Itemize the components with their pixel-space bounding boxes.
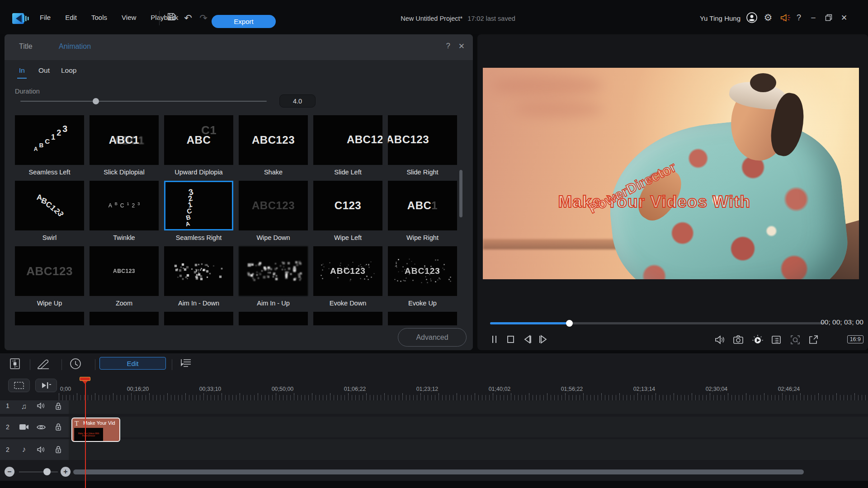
preset-thumbnail[interactable]: ABCC1 xyxy=(164,115,233,165)
preview-quality-icon[interactable] xyxy=(751,334,763,346)
stop-button[interactable] xyxy=(505,334,517,346)
animation-preset-wipe-left[interactable]: C123Wipe Left xyxy=(313,181,382,241)
animation-preset-seamless-left[interactable]: ABC123Seamless Left xyxy=(15,115,84,176)
preset-thumbnail[interactable]: ABC123 xyxy=(313,246,382,296)
timeline-ruler[interactable]: 0;0000;16;2000;33;1000;50;0001;06;2201;2… xyxy=(59,385,868,402)
undock-preview-icon[interactable] xyxy=(807,334,819,346)
menu-tools[interactable]: Tools xyxy=(91,14,107,21)
zoom-out-button[interactable]: – xyxy=(5,467,14,477)
preset-thumbnail[interactable] xyxy=(239,246,308,296)
track-row-video[interactable]: 2 xyxy=(0,417,868,437)
animation-preset-partial[interactable] xyxy=(239,312,308,325)
preset-thumbnail[interactable]: ABC123 xyxy=(388,246,457,296)
subtab-loop[interactable]: Loop xyxy=(61,66,76,75)
animation-preset-slide-right[interactable]: ABC123Slide Right xyxy=(388,115,457,176)
zoom-in-button[interactable]: + xyxy=(61,467,71,477)
track-manager-icon[interactable] xyxy=(179,357,194,372)
snapshot-camera-icon[interactable] xyxy=(732,334,744,346)
track-row-music[interactable]: 1♫ xyxy=(0,400,868,414)
animation-preset-partial[interactable] xyxy=(164,312,233,325)
seek-bar[interactable] xyxy=(490,322,824,324)
animation-preset-wipe-down[interactable]: ABC123Wipe Down xyxy=(239,181,308,241)
zoom-slider-handle[interactable] xyxy=(43,468,51,475)
animation-preset-aim-in-down[interactable]: Aim In - Down xyxy=(164,246,233,307)
lock-icon[interactable] xyxy=(55,446,62,454)
tab-title[interactable]: Title xyxy=(19,42,33,51)
animation-preset-evoke-down[interactable]: ABC123Evoke Down xyxy=(313,246,382,307)
edit-mode-button[interactable]: Edit xyxy=(99,357,166,370)
animation-preset-zoom[interactable]: ABC123Zoom xyxy=(90,246,159,307)
export-button[interactable]: Export xyxy=(212,15,276,28)
animation-preset-partial[interactable] xyxy=(313,312,382,325)
restore-window-icon[interactable] xyxy=(823,12,835,23)
help-icon[interactable]: ? xyxy=(793,12,805,23)
animation-preset-wipe-right[interactable]: ABC1Wipe Right xyxy=(388,181,457,241)
preset-thumbnail[interactable]: ABC123 xyxy=(90,181,159,230)
settings-gear-icon[interactable]: ⚙ xyxy=(762,12,774,23)
previous-frame-button[interactable] xyxy=(522,334,533,346)
preset-thumbnail[interactable]: ABC123 xyxy=(90,246,159,296)
video-preview[interactable]: Make Your Videos With PowerDirector xyxy=(483,68,859,279)
duration-clock-icon[interactable] xyxy=(69,357,84,372)
animation-preset-swirl[interactable]: ABC123Swirl xyxy=(15,181,84,241)
speaker-icon[interactable] xyxy=(37,402,46,409)
preset-thumbnail[interactable]: ABC123 xyxy=(313,115,382,165)
animation-preset-slide-left[interactable]: ABC123Slide Left xyxy=(313,115,382,176)
undo-icon[interactable]: ↶ xyxy=(182,13,194,23)
preset-thumbnail[interactable]: ABC1 xyxy=(388,181,457,230)
duration-slider-track[interactable] xyxy=(20,101,267,102)
split-razor-icon[interactable] xyxy=(36,357,52,372)
lock-icon[interactable] xyxy=(55,423,62,431)
media-info-icon[interactable] xyxy=(770,334,782,346)
menu-file[interactable]: File xyxy=(40,14,51,21)
aspect-ratio-badge[interactable]: 16:9 xyxy=(847,335,863,343)
animation-preset-twinkle[interactable]: ABC123Twinkle xyxy=(90,181,159,241)
menu-view[interactable]: View xyxy=(122,14,136,21)
range-select-button[interactable] xyxy=(8,379,30,392)
save-icon[interactable] xyxy=(166,12,179,22)
preset-thumbnail[interactable] xyxy=(164,246,233,296)
playhead-line[interactable] xyxy=(85,379,86,488)
animation-preset-aim-in-up[interactable]: Aim In - Up xyxy=(239,246,308,307)
lock-icon[interactable] xyxy=(55,402,62,410)
animation-preset-slick-diplopial[interactable]: ABC1ABC1Slick Diplopial xyxy=(90,115,159,176)
track-row-audio[interactable]: 2♪ xyxy=(0,439,868,460)
zoom-fit-icon[interactable] xyxy=(789,334,801,346)
seek-handle[interactable] xyxy=(566,320,573,327)
close-icon[interactable]: ✕ xyxy=(838,12,850,23)
preset-thumbnail[interactable]: ABC123 xyxy=(164,181,233,230)
pause-button[interactable] xyxy=(489,334,501,346)
preset-thumbnail[interactable]: ABC123 xyxy=(15,246,84,296)
panel-help-icon[interactable]: ? xyxy=(446,42,450,51)
duration-value-field[interactable]: 4.0 xyxy=(279,94,316,108)
preset-thumbnail[interactable]: ABC123 xyxy=(239,181,308,230)
speaker-icon[interactable] xyxy=(37,446,46,453)
animation-preset-evoke-up[interactable]: ABC123Evoke Up xyxy=(388,246,457,307)
subtab-in[interactable]: In xyxy=(19,66,25,75)
panel-close-icon[interactable]: ✕ xyxy=(458,42,465,51)
playhead-handle[interactable] xyxy=(80,377,91,385)
advanced-button[interactable]: Advanced xyxy=(398,328,467,347)
preset-thumbnail[interactable]: ABC123 xyxy=(388,115,457,165)
animation-preset-wipe-up[interactable]: ABC123Wipe Up xyxy=(15,246,84,307)
animation-preset-partial[interactable] xyxy=(388,312,457,325)
preset-thumbnail[interactable]: ABC123 xyxy=(239,115,308,165)
avatar-icon[interactable] xyxy=(746,12,758,23)
tab-animation[interactable]: Animation xyxy=(59,42,91,51)
duration-slider-handle[interactable] xyxy=(93,98,99,104)
subtab-out[interactable]: Out xyxy=(38,66,50,75)
keyframe-tool-icon[interactable] xyxy=(8,357,24,372)
eye-icon[interactable] xyxy=(36,424,46,431)
preset-thumbnail[interactable]: ABC1ABC1 xyxy=(90,115,159,165)
animation-preset-shake[interactable]: ABC123Shake xyxy=(239,115,308,176)
megaphone-icon[interactable] xyxy=(779,12,791,23)
animation-preset-partial[interactable] xyxy=(15,312,84,325)
grid-scrollbar[interactable] xyxy=(459,170,462,217)
preset-thumbnail[interactable]: ABC123 xyxy=(15,115,84,165)
title-clip[interactable]: T Make Your Vid Make Your Videos With Po… xyxy=(71,418,120,442)
zoom-slider-track[interactable] xyxy=(19,472,58,473)
trim-button[interactable] xyxy=(35,379,57,392)
play-next-frame-button[interactable] xyxy=(537,334,549,346)
timeline-horizontal-scrollbar[interactable] xyxy=(73,469,804,474)
preset-thumbnail[interactable]: C123 xyxy=(313,181,382,230)
